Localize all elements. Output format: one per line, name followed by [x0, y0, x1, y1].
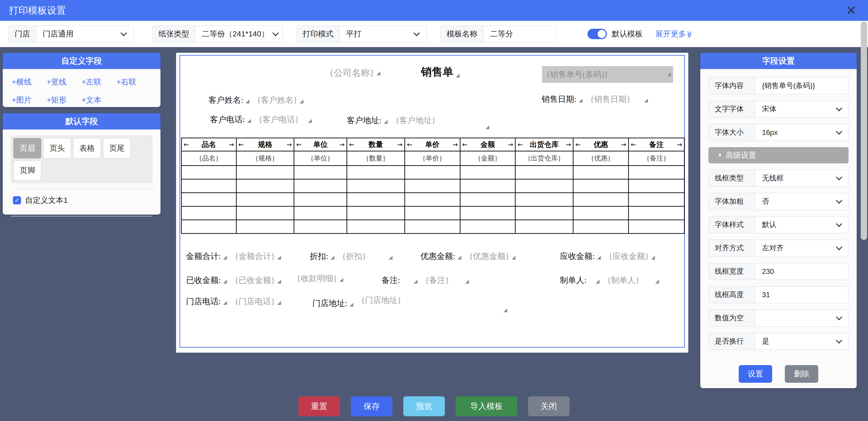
sale-date-field[interactable]: 销售日期: ◢ {销售日期} ◢: [541, 94, 648, 105]
resize-handle-icon[interactable]: ◢: [277, 300, 281, 306]
resize-handle-icon[interactable]: ◢: [389, 254, 393, 260]
items-table[interactable]: ←品名→ ←规格→ ←单位→ ←数量→ ←单价→ ←金额→ ←出货仓库→ ←优惠…: [181, 138, 685, 234]
col-grow-icon[interactable]: →: [287, 141, 292, 148]
reset-button[interactable]: 重置: [298, 396, 340, 416]
tab-page-head[interactable]: 页头: [43, 138, 71, 159]
resize-handle-icon[interactable]: ◢: [223, 300, 227, 306]
paper-type-select[interactable]: 纸张类型 二等份（241*140）: [152, 25, 283, 43]
resize-handle-icon[interactable]: ◢: [486, 124, 489, 130]
resize-handle-icon[interactable]: ◢: [458, 254, 461, 260]
resize-handle-icon[interactable]: ◢: [223, 254, 227, 260]
col-grow-icon[interactable]: →: [340, 141, 345, 148]
table-placeholder-row[interactable]: {品名} {规格} {单位} {数量} {单价} {金额} {出货仓库} {优惠…: [182, 151, 684, 166]
customer-phone-field[interactable]: 客户电话: ◢ {客户电话} ◢: [210, 114, 312, 125]
discount-amount-field[interactable]: 优惠金额: ◢ {优惠金额} ◢: [421, 251, 515, 262]
receivable-field[interactable]: 应收金额: ◢ {应收金额} ◢: [560, 251, 655, 262]
add-image-link[interactable]: +图片: [12, 95, 47, 105]
add-right-copy-link[interactable]: +右联: [117, 77, 152, 87]
col-grow-icon[interactable]: →: [508, 141, 513, 148]
col-grow-icon[interactable]: →: [453, 141, 458, 148]
resize-handle-icon[interactable]: ◢: [465, 278, 469, 284]
resize-handle-icon[interactable]: ◢: [655, 278, 659, 284]
border-width-input[interactable]: [762, 267, 839, 276]
customer-name-field[interactable]: 客户姓名: ◢ {客户姓名} ◢: [209, 94, 303, 106]
resize-handle-icon[interactable]: ◢: [376, 70, 380, 76]
add-text-link[interactable]: +文本: [82, 95, 117, 105]
resize-handle-icon[interactable]: ◢: [596, 278, 599, 284]
font-style-row[interactable]: 字体样式 默认: [708, 216, 848, 233]
import-template-button[interactable]: 导入模板: [456, 396, 517, 416]
advanced-settings-toggle[interactable]: ▼ 高级设置: [708, 147, 848, 163]
add-rect-link[interactable]: +矩形: [47, 95, 82, 105]
resize-handle-icon[interactable]: ◢: [349, 302, 353, 307]
discount-field[interactable]: 折扣: ◢ {折扣} ◢: [310, 251, 393, 262]
font-bold-row[interactable]: 字体加粗 否: [708, 193, 848, 210]
resize-handle-icon[interactable]: ◢: [456, 73, 460, 78]
page-scrollbar[interactable]: [861, 22, 867, 240]
resize-handle-icon[interactable]: ◢: [667, 66, 671, 82]
resize-handle-icon[interactable]: ◢: [644, 97, 648, 103]
col-shrink-icon[interactable]: ←: [184, 141, 189, 148]
resize-handle-icon[interactable]: ◢: [579, 97, 583, 103]
resize-handle-icon[interactable]: ◢: [340, 277, 343, 282]
resize-handle-icon[interactable]: ◢: [308, 118, 312, 123]
company-name-field[interactable]: {公司名称} ◢: [329, 66, 380, 79]
wrap-row[interactable]: 是否换行 是: [708, 333, 848, 350]
maker-field[interactable]: 制单人: ◢ {制单人} ◢: [560, 275, 659, 286]
resize-handle-icon[interactable]: ◢: [651, 254, 655, 260]
col-shrink-icon[interactable]: ←: [239, 141, 244, 148]
resize-handle-icon[interactable]: ◢: [223, 278, 227, 284]
selected-field-barcode[interactable]: {销售单号(条码)} ◢: [542, 66, 673, 83]
tab-page-header-strip[interactable]: 页眉: [13, 138, 41, 159]
payment-detail-field[interactable]: {收款明细} ◢: [297, 273, 343, 284]
col-shrink-icon[interactable]: ←: [296, 141, 301, 148]
border-height-input[interactable]: [762, 291, 839, 299]
border-type-row[interactable]: 线框类型 无线框: [708, 170, 848, 187]
font-content-input[interactable]: [762, 82, 839, 90]
empty-value-row[interactable]: 数值为空: [708, 309, 848, 327]
align-row[interactable]: 对齐方式 左对齐: [708, 240, 848, 257]
add-vline-link[interactable]: +竖线: [47, 77, 82, 87]
doc-title-field[interactable]: 销售单 ◢: [421, 65, 460, 79]
col-shrink-icon[interactable]: ←: [462, 141, 467, 148]
resize-handle-icon[interactable]: ◢: [384, 119, 388, 124]
close-button[interactable]: 关闭: [528, 396, 569, 416]
customer-addr-field[interactable]: 客户地址: ◢ {客户地址} ◢: [347, 115, 489, 126]
resize-handle-icon[interactable]: ◢: [277, 278, 281, 284]
col-grow-icon[interactable]: →: [229, 141, 234, 148]
preview-button[interactable]: 预览: [403, 396, 445, 416]
print-mode-select[interactable]: 打印模式 平打: [296, 25, 427, 43]
col-grow-icon[interactable]: →: [566, 141, 571, 148]
col-shrink-icon[interactable]: ←: [518, 141, 523, 148]
col-grow-icon[interactable]: →: [397, 141, 402, 148]
resize-handle-icon[interactable]: ◢: [597, 254, 601, 260]
font-family-row[interactable]: 文字字体 宋体: [708, 101, 848, 118]
remark-field[interactable]: 备注: ◢ {备注} ◢: [381, 275, 469, 286]
col-shrink-icon[interactable]: ←: [349, 141, 354, 148]
col-grow-icon[interactable]: →: [621, 141, 626, 148]
tab-page-footer[interactable]: 页脚: [13, 160, 41, 180]
resize-handle-icon[interactable]: ◢: [414, 278, 417, 284]
expand-more-link[interactable]: 展开更多≫: [655, 29, 693, 39]
add-left-copy-link[interactable]: +左联: [82, 77, 117, 87]
custom-text-checkbox[interactable]: ✓: [13, 196, 21, 204]
resize-handle-icon[interactable]: ◢: [300, 98, 304, 104]
resize-handle-icon[interactable]: ◢: [246, 98, 249, 104]
save-button[interactable]: 保存: [351, 396, 393, 416]
col-shrink-icon[interactable]: ←: [575, 141, 581, 148]
resize-handle-icon[interactable]: ◢: [512, 254, 516, 260]
template-page[interactable]: {公司名称} ◢ 销售单 ◢ {销售单号(条码)} ◢ 客户姓名: ◢ {客户姓…: [180, 55, 685, 348]
tab-table[interactable]: 表格: [73, 138, 101, 159]
add-hline-link[interactable]: +横线: [12, 77, 47, 87]
total-amount-field[interactable]: 金额合计: ◢ {金额合计} ◢: [186, 251, 281, 262]
resize-handle-icon[interactable]: ◢: [247, 118, 251, 123]
store-addr-field[interactable]: 门店地址: ◢ {门店地址}: [312, 298, 401, 309]
resize-handle-icon[interactable]: ◢: [331, 254, 334, 260]
tab-page-tail[interactable]: 页尾: [103, 138, 131, 159]
default-template-toggle[interactable]: [587, 29, 607, 39]
resize-handle-icon[interactable]: ◢: [503, 307, 507, 313]
col-shrink-icon[interactable]: ←: [407, 141, 412, 148]
close-icon[interactable]: ✕: [846, 3, 856, 18]
resize-handle-icon[interactable]: ◢: [277, 254, 281, 260]
store-select[interactable]: 门店 门店通用: [8, 25, 134, 43]
